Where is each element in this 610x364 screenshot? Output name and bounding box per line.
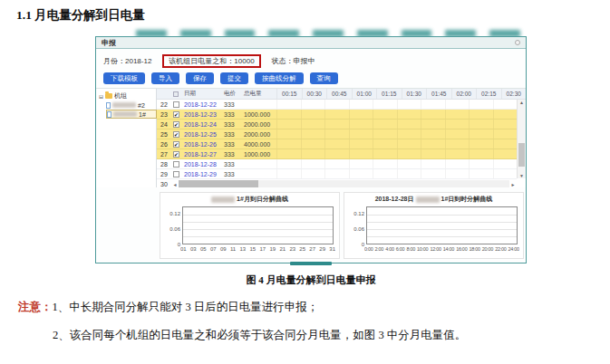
table-row[interactable]: 242018-12-243332000.000 xyxy=(157,120,517,129)
time-cell[interactable] xyxy=(469,169,493,178)
toolbar-button-下载模板[interactable]: 下载模板 xyxy=(103,72,145,84)
time-cell[interactable] xyxy=(421,129,445,139)
time-cell[interactable] xyxy=(324,120,349,129)
time-cell[interactable] xyxy=(421,100,445,109)
time-cell[interactable] xyxy=(301,100,325,109)
time-cell[interactable] xyxy=(373,169,397,178)
row-checkbox[interactable] xyxy=(173,151,179,158)
time-cell[interactable] xyxy=(397,120,421,129)
time-cell[interactable] xyxy=(373,129,397,139)
row-checkbox[interactable] xyxy=(173,171,179,177)
table-row[interactable]: 222018-12-22333 xyxy=(157,100,517,110)
row-checkbox[interactable] xyxy=(173,131,179,138)
time-cell[interactable] xyxy=(324,159,349,168)
time-cell[interactable] xyxy=(349,110,373,119)
row-checkbox[interactable] xyxy=(173,121,179,128)
time-cell[interactable] xyxy=(493,100,518,109)
time-cell[interactable] xyxy=(421,169,445,178)
time-cell[interactable] xyxy=(397,149,421,158)
table-row[interactable]: 262018-12-263334000.000 xyxy=(157,139,517,149)
time-cell[interactable] xyxy=(324,139,349,148)
time-cell[interactable] xyxy=(397,169,421,178)
time-cell[interactable] xyxy=(445,169,470,178)
table-row[interactable]: 232018-12-233331000.000 xyxy=(157,110,517,120)
time-cell[interactable] xyxy=(445,100,470,109)
time-cell[interactable] xyxy=(276,149,301,158)
tree-item-unit[interactable]: #2 xyxy=(106,101,156,110)
time-cell[interactable] xyxy=(493,120,518,129)
time-cell[interactable] xyxy=(445,129,470,139)
scroll-down-icon[interactable]: ▼ xyxy=(518,173,526,178)
table-row[interactable]: 252018-12-253332000.000 xyxy=(157,129,517,139)
header-checkbox[interactable] xyxy=(173,91,179,97)
row-checkbox[interactable] xyxy=(173,141,179,148)
time-cell[interactable] xyxy=(445,110,470,119)
time-cell[interactable] xyxy=(469,100,493,109)
time-cell[interactable] xyxy=(469,120,493,129)
vertical-scrollbar[interactable]: ▲ ▼ xyxy=(517,100,526,178)
time-cell[interactable] xyxy=(493,159,518,168)
tree-root[interactable]: ⊟ 机组 xyxy=(99,91,156,101)
date-cell[interactable]: 2018-12-27 xyxy=(184,151,224,158)
time-cell[interactable] xyxy=(469,159,493,168)
date-cell[interactable]: 2018-12-23 xyxy=(184,111,224,118)
time-cell[interactable] xyxy=(324,169,349,178)
toolbar-button-提交[interactable]: 提交 xyxy=(220,72,248,84)
time-cell[interactable] xyxy=(421,159,445,168)
time-cell[interactable] xyxy=(276,159,301,168)
time-cell[interactable] xyxy=(493,129,518,139)
time-cell[interactable] xyxy=(373,100,397,109)
time-cell[interactable] xyxy=(349,129,373,139)
time-cell[interactable] xyxy=(301,169,325,178)
time-cell[interactable] xyxy=(349,100,373,109)
date-cell[interactable]: 2018-12-26 xyxy=(184,141,224,148)
time-cell[interactable] xyxy=(373,159,397,168)
time-cell[interactable] xyxy=(493,149,518,158)
time-cell[interactable] xyxy=(421,120,445,129)
col-checkbox[interactable] xyxy=(171,91,184,97)
toolbar-button-按曲线分解[interactable]: 按曲线分解 xyxy=(255,72,304,84)
date-cell[interactable]: 2018-12-29 xyxy=(184,171,224,177)
time-cell[interactable] xyxy=(276,129,301,139)
time-cell[interactable] xyxy=(373,120,397,129)
time-cell[interactable] xyxy=(276,110,301,119)
time-cell[interactable] xyxy=(373,139,397,148)
time-cell[interactable] xyxy=(397,110,421,119)
time-cell[interactable] xyxy=(324,100,349,109)
time-cell[interactable] xyxy=(349,169,373,178)
time-cell[interactable] xyxy=(349,120,373,129)
tree-collapse-icon[interactable]: ⊟ xyxy=(99,93,103,100)
time-cell[interactable] xyxy=(445,159,470,168)
scroll-left-icon[interactable]: ◂ xyxy=(171,181,179,187)
time-cell[interactable] xyxy=(397,159,421,168)
time-cell[interactable] xyxy=(421,149,445,158)
time-cell[interactable] xyxy=(349,139,373,148)
toolbar-button-保存[interactable]: 保存 xyxy=(186,72,214,84)
time-cell[interactable] xyxy=(373,149,397,158)
time-cell[interactable] xyxy=(397,139,421,148)
time-cell[interactable] xyxy=(276,169,301,178)
tree-item-unit[interactable]: 1# xyxy=(106,110,157,119)
date-cell[interactable]: 2018-12-24 xyxy=(184,121,224,128)
date-cell[interactable]: 2018-12-22 xyxy=(184,101,224,108)
time-cell[interactable] xyxy=(301,110,325,119)
time-cell[interactable] xyxy=(421,139,445,148)
window-resize-handle[interactable] xyxy=(290,262,332,265)
time-cell[interactable] xyxy=(301,129,325,139)
toolbar-button-导入[interactable]: 导入 xyxy=(151,72,179,84)
row-checkbox[interactable] xyxy=(173,161,179,168)
time-cell[interactable] xyxy=(349,149,373,158)
horizontal-scrollbar[interactable] xyxy=(179,180,509,187)
close-icon[interactable] xyxy=(515,40,520,45)
time-cell[interactable] xyxy=(421,110,445,119)
time-cell[interactable] xyxy=(324,129,349,139)
row-checkbox[interactable] xyxy=(173,111,179,118)
time-cell[interactable] xyxy=(493,139,518,148)
time-cell[interactable] xyxy=(301,149,325,158)
time-cell[interactable] xyxy=(469,139,493,148)
row-checkbox[interactable] xyxy=(173,101,179,108)
time-cell[interactable] xyxy=(276,120,301,129)
time-cell[interactable] xyxy=(301,120,325,129)
time-cell[interactable] xyxy=(324,110,349,119)
date-cell[interactable]: 2018-12-28 xyxy=(184,161,224,168)
